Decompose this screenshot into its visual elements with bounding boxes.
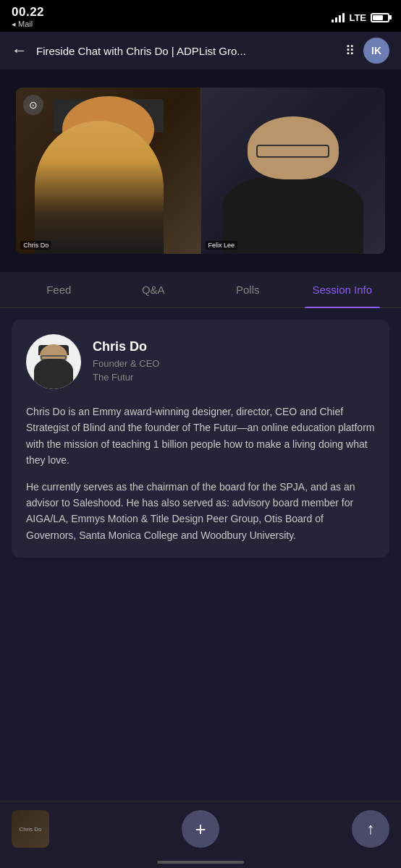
lte-indicator: LTE xyxy=(349,12,366,23)
add-button[interactable]: + xyxy=(182,810,219,848)
participant-label-right: Felix Lee xyxy=(206,241,238,250)
page-title: Fireside Chat with Chris Do | ADPList Gr… xyxy=(36,45,337,57)
speaker-name: Chris Do xyxy=(93,339,160,354)
speaker-profile: Chris Do Founder & CEO The Futur xyxy=(26,334,375,389)
video-container: ⊙ xyxy=(0,69,401,272)
battery-icon xyxy=(371,13,389,22)
video-participant-right: ADPLis Felix Lee xyxy=(201,88,385,254)
bottom-bar: Chris Do + ↑ xyxy=(0,801,401,868)
home-indicator xyxy=(157,861,244,864)
session-card: Chris Do Founder & CEO The Futur Chris D… xyxy=(12,320,389,558)
camera-icon: ⊙ xyxy=(23,95,43,115)
tab-session-info[interactable]: Session Info xyxy=(295,272,390,307)
back-button[interactable]: ← xyxy=(12,41,28,60)
nav-bar: ← Fireside Chat with Chris Do | ADPList … xyxy=(0,32,401,69)
speaker-avatar-body xyxy=(34,359,72,389)
tab-feed[interactable]: Feed xyxy=(12,272,106,307)
battery-fill xyxy=(373,15,383,20)
speaker-role: Founder & CEO The Futur xyxy=(93,357,160,383)
video-participant-left: Chris Do xyxy=(16,88,200,254)
bio-paragraph-1: Chris Do is an Emmy award-winning design… xyxy=(26,404,375,469)
speaker-info: Chris Do Founder & CEO The Futur xyxy=(93,339,160,383)
status-bar: 00.22 ◂ Mail LTE xyxy=(0,0,401,32)
participant-body-left xyxy=(35,121,164,254)
status-mail: ◂ Mail xyxy=(12,20,44,29)
status-left: 00.22 ◂ Mail xyxy=(12,6,44,29)
participant-label-left: Chris Do xyxy=(20,241,51,250)
participant-right-head xyxy=(248,116,339,180)
participant-right-body xyxy=(210,113,376,255)
avatar[interactable]: IK xyxy=(363,38,389,64)
tabs-container: Feed Q&A Polls Session Info xyxy=(0,272,401,308)
status-time: 00.22 xyxy=(12,6,44,20)
video-area: ⊙ xyxy=(16,88,385,254)
status-right: LTE xyxy=(332,12,389,23)
bio-paragraph-2: He currently serves as the chairman of t… xyxy=(26,479,375,544)
grid-icon[interactable]: ⠿ xyxy=(345,43,355,59)
speaker-avatar xyxy=(26,334,81,389)
signal-bars-icon xyxy=(332,12,345,22)
participant-bg-left xyxy=(16,88,200,254)
back-arrow-icon: ◂ xyxy=(12,20,16,29)
tab-qa[interactable]: Q&A xyxy=(106,272,201,307)
participant-glasses xyxy=(256,145,329,158)
content-area: Chris Do Founder & CEO The Futur Chris D… xyxy=(0,308,401,728)
thumbnail-preview[interactable]: Chris Do xyxy=(12,810,49,848)
participant-body xyxy=(222,176,363,254)
tab-polls[interactable]: Polls xyxy=(200,272,295,307)
scroll-top-button[interactable]: ↑ xyxy=(352,810,389,848)
participant-bg-right: ADPLis xyxy=(201,88,385,254)
speaker-bio: Chris Do is an Emmy award-winning design… xyxy=(26,404,375,543)
